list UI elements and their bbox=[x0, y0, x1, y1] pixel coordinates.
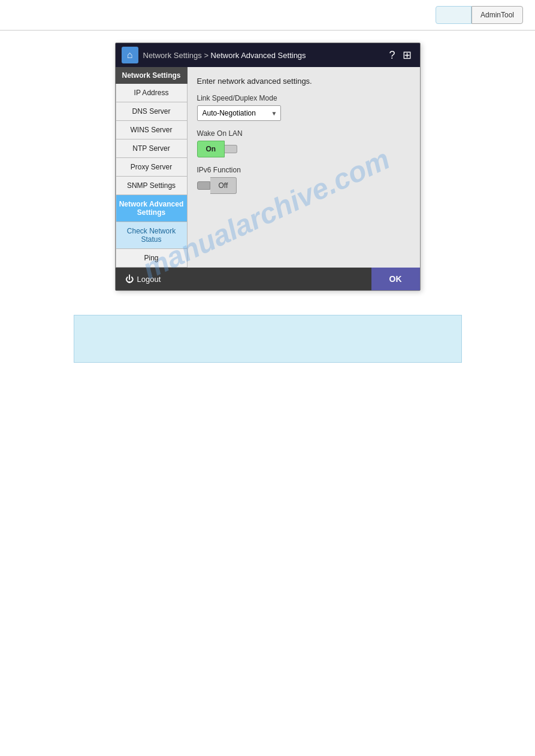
content-area: Enter network advanced settings. Link Sp… bbox=[188, 67, 420, 268]
bottom-bar: ⏻ Logout OK bbox=[116, 268, 420, 290]
title-bar: ⌂ Network Settings > Network Advanced Se… bbox=[116, 43, 420, 67]
admin-tool-button[interactable]: AdminTool bbox=[471, 6, 523, 24]
sidebar-item-network-advanced[interactable]: Network Advanced Settings bbox=[116, 195, 188, 222]
sidebar-item-wins-server[interactable]: WINS Server bbox=[116, 121, 188, 139]
breadcrumb-separator: > bbox=[204, 51, 210, 60]
screenshot-area: ⌂ Network Settings > Network Advanced Se… bbox=[0, 42, 535, 363]
title-icons: ? ⊞ bbox=[386, 48, 413, 62]
link-speed-select[interactable]: Auto-Negotiation 10 Mbps Half 10 Mbps Fu… bbox=[197, 105, 281, 121]
wake-on-lan-section: Wake On LAN On bbox=[197, 129, 410, 157]
ipv6-section: IPv6 Function Off bbox=[197, 166, 410, 194]
breadcrumb-root: Network Settings bbox=[143, 51, 202, 60]
sidebar: Network Settings IP Address DNS Server W… bbox=[116, 67, 188, 268]
info-box bbox=[74, 315, 462, 363]
sidebar-item-snmp-settings[interactable]: SNMP Settings bbox=[116, 177, 188, 195]
link-speed-label: Link Speed/Duplex Mode bbox=[197, 94, 410, 102]
wake-on-lan-on-button[interactable]: On bbox=[197, 141, 225, 157]
breadcrumb-current: Network Advanced Settings bbox=[211, 51, 306, 60]
ipv6-off-label[interactable]: Off bbox=[210, 177, 237, 194]
sidebar-item-proxy-server[interactable]: Proxy Server bbox=[116, 158, 188, 177]
sidebar-header: Network Settings bbox=[116, 67, 188, 84]
ipv6-toggle: Off bbox=[197, 177, 410, 194]
sidebar-item-dns-server[interactable]: DNS Server bbox=[116, 102, 188, 121]
link-speed-select-wrapper: Auto-Negotiation 10 Mbps Half 10 Mbps Fu… bbox=[197, 105, 281, 121]
grid-icon-button[interactable]: ⊞ bbox=[400, 48, 414, 62]
wake-on-lan-toggle: On bbox=[197, 141, 410, 157]
sidebar-item-ping[interactable]: Ping bbox=[116, 249, 188, 268]
sidebar-item-check-network-status[interactable]: Check Network Status bbox=[116, 222, 188, 249]
logout-button[interactable]: ⏻ Logout bbox=[116, 268, 171, 290]
top-bar: AdminTool bbox=[0, 0, 535, 31]
top-left-button[interactable] bbox=[436, 6, 471, 24]
wake-on-lan-off-indicator bbox=[225, 145, 237, 153]
logout-label: Logout bbox=[137, 275, 161, 284]
help-icon-button[interactable]: ? bbox=[386, 48, 397, 62]
logout-icon: ⏻ bbox=[125, 274, 134, 284]
ok-button[interactable]: OK bbox=[371, 268, 420, 290]
sidebar-item-ntp-server[interactable]: NTP Server bbox=[116, 139, 188, 158]
ipv6-slider[interactable] bbox=[197, 181, 210, 190]
breadcrumb: Network Settings > Network Advanced Sett… bbox=[143, 51, 306, 60]
home-icon[interactable]: ⌂ bbox=[122, 47, 138, 63]
panel-body: Network Settings IP Address DNS Server W… bbox=[116, 67, 420, 268]
content-description: Enter network advanced settings. bbox=[197, 77, 410, 86]
ipv6-label: IPv6 Function bbox=[197, 166, 410, 174]
link-speed-section: Link Speed/Duplex Mode Auto-Negotiation … bbox=[197, 94, 410, 121]
sidebar-item-ip-address[interactable]: IP Address bbox=[116, 84, 188, 102]
wake-on-lan-label: Wake On LAN bbox=[197, 129, 410, 138]
ui-panel: ⌂ Network Settings > Network Advanced Se… bbox=[115, 42, 421, 291]
